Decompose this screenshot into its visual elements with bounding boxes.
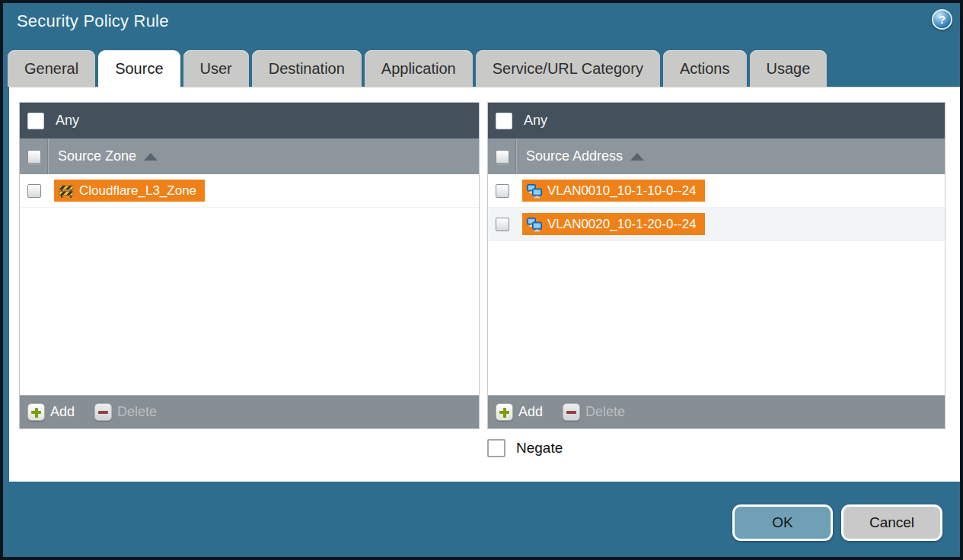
tab-bar: General Source User Destination Applicat… <box>8 50 827 87</box>
source-zone-toolbar: Add Delete <box>20 395 479 428</box>
table-row: VLAN0010_10-1-10-0--24 <box>488 174 945 208</box>
sort-ascending-icon[interactable] <box>144 153 158 161</box>
network-icon <box>527 183 542 199</box>
tab-application[interactable]: Application <box>365 50 473 87</box>
source-zone-any-row: Any <box>20 103 479 138</box>
row-checkbox[interactable] <box>496 218 509 231</box>
source-address-select-all-checkbox[interactable] <box>496 150 509 164</box>
source-zone-list: Cloudflare_L3_Zone <box>20 174 479 395</box>
source-tab-content: Any Source Zone <box>9 87 960 482</box>
dialog-title: Security Policy Rule <box>17 11 169 31</box>
minus-icon <box>563 403 580 421</box>
tab-source[interactable]: Source <box>98 50 180 88</box>
delete-button[interactable]: Delete <box>94 403 157 421</box>
source-address-any-row: Any <box>488 103 945 138</box>
sort-ascending-icon[interactable] <box>630 153 644 161</box>
tab-usage[interactable]: Usage <box>750 50 827 87</box>
source-zone-select-all-checkbox[interactable] <box>27 150 41 164</box>
source-zone-any-checkbox[interactable] <box>27 113 44 129</box>
negate-checkbox[interactable] <box>487 439 505 457</box>
source-zone-column-header: Source Zone <box>20 138 479 174</box>
address-chip[interactable]: VLAN0010_10-1-10-0--24 <box>522 180 705 202</box>
zone-chip[interactable]: Cloudflare_L3_Zone <box>54 180 205 202</box>
source-address-panel: Any Source Address <box>487 102 945 429</box>
row-checkbox[interactable] <box>27 184 41 198</box>
source-address-list: VLAN0010_10-1-10-0--24 <box>488 174 945 395</box>
add-button[interactable]: Add <box>27 403 75 421</box>
tab-service-url-category[interactable]: Service/URL Category <box>476 50 660 87</box>
plus-icon <box>27 403 45 421</box>
address-name: VLAN0020_10-1-20-0--24 <box>547 217 697 232</box>
plus-icon <box>496 403 513 421</box>
address-chip[interactable]: VLAN0020_10-1-20-0--24 <box>522 213 705 235</box>
help-icon[interactable]: ? <box>932 9 952 30</box>
security-policy-rule-dialog: Security Policy Rule ? General Source Us… <box>0 0 963 560</box>
source-address-any-label: Any <box>524 113 547 129</box>
cancel-button[interactable]: Cancel <box>841 504 942 541</box>
tab-actions[interactable]: Actions <box>663 50 747 87</box>
minus-icon <box>94 403 112 421</box>
network-icon <box>527 217 542 232</box>
source-zone-panel: Any Source Zone <box>19 102 480 429</box>
source-address-toolbar: Add Delete <box>488 395 945 428</box>
zone-icon <box>59 183 74 199</box>
delete-button[interactable]: Delete <box>563 403 625 421</box>
row-checkbox[interactable] <box>496 184 509 198</box>
tab-destination[interactable]: Destination <box>252 50 362 87</box>
source-address-column-header: Source Address <box>488 138 945 174</box>
tab-general[interactable]: General <box>8 50 95 87</box>
negate-label: Negate <box>516 440 563 457</box>
zone-name: Cloudflare_L3_Zone <box>79 183 196 199</box>
source-address-column-label[interactable]: Source Address <box>526 148 623 164</box>
ok-button[interactable]: OK <box>732 504 833 541</box>
table-row: VLAN0020_10-1-20-0--24 <box>488 208 945 241</box>
source-address-any-checkbox[interactable] <box>496 113 512 129</box>
source-zone-any-label: Any <box>56 113 79 129</box>
negate-row: Negate <box>487 439 563 457</box>
address-name: VLAN0010_10-1-10-0--24 <box>547 183 697 199</box>
add-button[interactable]: Add <box>496 403 543 421</box>
table-row: Cloudflare_L3_Zone <box>20 174 479 208</box>
source-zone-column-label[interactable]: Source Zone <box>58 148 136 164</box>
tab-user[interactable]: User <box>183 50 249 87</box>
